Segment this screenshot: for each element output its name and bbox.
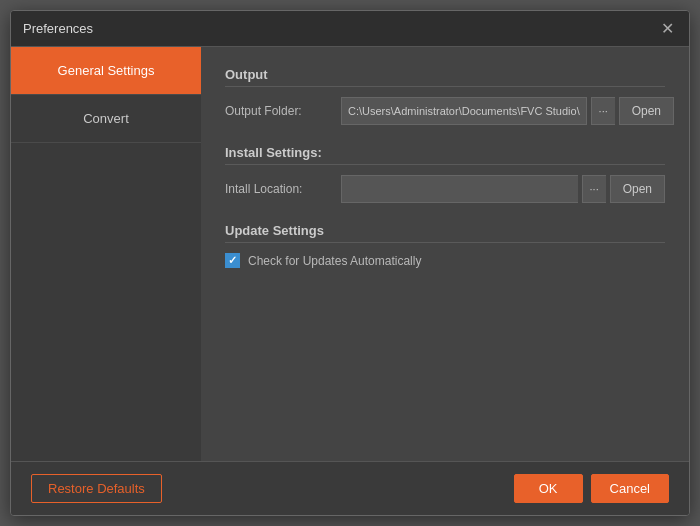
cancel-button[interactable]: Cancel [591,474,669,503]
dialog-body: General Settings Convert Output Output F… [11,47,689,461]
close-button[interactable]: ✕ [657,19,677,39]
output-folder-ellipsis-button[interactable]: ··· [591,97,615,125]
install-location-input[interactable] [341,175,578,203]
install-location-row: Intall Location: ··· Open [225,175,665,203]
footer-right: OK Cancel [514,474,669,503]
update-settings-title: Update Settings [225,223,665,243]
install-location-ellipsis-button[interactable]: ··· [582,175,606,203]
output-section: Output Output Folder: C:\Users\Administr… [225,67,665,125]
install-location-input-wrap: ··· Open [341,175,665,203]
install-location-open-button[interactable]: Open [610,175,665,203]
update-settings-section: Update Settings Check for Updates Automa… [225,223,665,268]
output-folder-input-wrap: C:\Users\Administrator\Documents\FVC Stu… [341,97,674,125]
install-location-label: Intall Location: [225,182,335,196]
install-settings-title: Install Settings: [225,145,665,165]
auto-update-label: Check for Updates Automatically [248,254,421,268]
restore-defaults-button[interactable]: Restore Defaults [31,474,162,503]
install-settings-section: Install Settings: Intall Location: ··· O… [225,145,665,203]
output-folder-row: Output Folder: C:\Users\Administrator\Do… [225,97,665,125]
sidebar: General Settings Convert [11,47,201,461]
output-section-title: Output [225,67,665,87]
output-folder-label: Output Folder: [225,104,335,118]
output-folder-value: C:\Users\Administrator\Documents\FVC Stu… [341,97,587,125]
dialog-title: Preferences [23,21,93,36]
sidebar-item-convert[interactable]: Convert [11,95,201,143]
main-content: Output Output Folder: C:\Users\Administr… [201,47,689,461]
preferences-dialog: Preferences ✕ General Settings Convert O… [10,10,690,516]
dialog-footer: Restore Defaults OK Cancel [11,461,689,515]
ok-button[interactable]: OK [514,474,583,503]
footer-left: Restore Defaults [31,474,162,503]
auto-update-checkbox[interactable] [225,253,240,268]
auto-update-row: Check for Updates Automatically [225,253,665,268]
sidebar-item-general-settings[interactable]: General Settings [11,47,201,95]
output-folder-open-button[interactable]: Open [619,97,674,125]
title-bar: Preferences ✕ [11,11,689,47]
